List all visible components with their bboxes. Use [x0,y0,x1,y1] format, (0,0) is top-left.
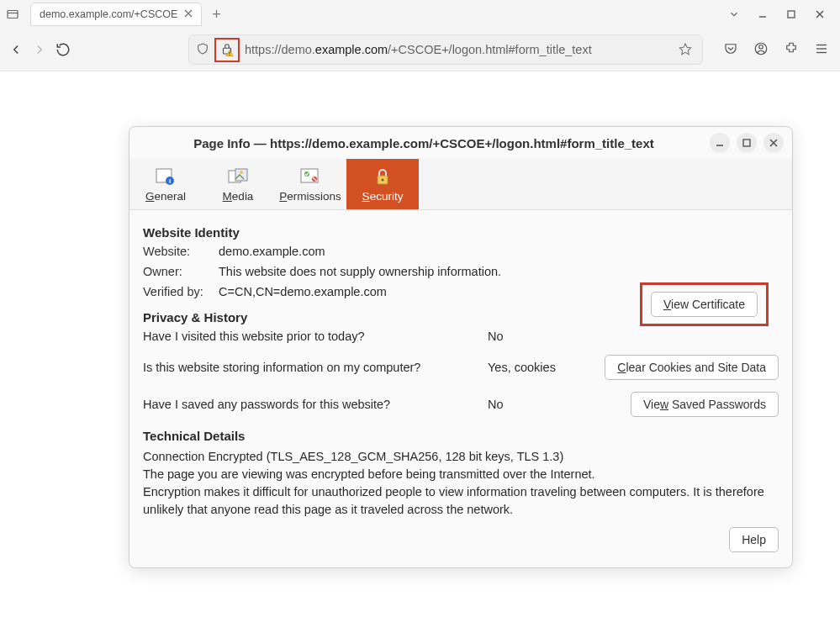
passwords-question: Have I saved any passwords for this webs… [143,398,488,411]
verified-value: C=CN,CN=demo.example.com [219,285,610,298]
dialog-tabs: i General Media Permissions Security [129,159,792,210]
verified-label: Verified by: [143,285,219,298]
website-value: demo.example.com [219,245,610,258]
svg-point-14 [759,45,763,49]
media-tab-icon [226,166,250,187]
dialog-title: Page Info — https://demo.example.com/+CS… [138,136,710,150]
back-button[interactable] [8,38,24,61]
svg-rect-5 [788,11,795,18]
tab-security[interactable]: Security [346,159,419,209]
browser-tab[interactable]: demo.example.com/+CSCOE [30,3,202,26]
dialog-maximize-icon[interactable] [737,133,757,153]
tab-title: demo.example.com/+CSCOE [40,8,177,20]
close-tab-icon[interactable] [184,8,193,20]
technical-line-3: Encryption makes it difficult for unauth… [143,483,779,519]
lock-warning-icon[interactable] [219,41,235,59]
storing-answer: Yes, cookies [488,361,589,374]
url-text[interactable]: https://demo.example.com/+CSCOE+/logon.h… [245,43,670,56]
forward-button[interactable] [32,38,47,61]
site-security-lock-highlight [214,38,240,62]
storing-question: Is this website storing information on m… [143,361,488,374]
tab-general[interactable]: i General [129,159,202,209]
website-identity-heading: Website Identity [143,225,779,240]
general-tab-icon: i [154,166,177,187]
dialog-close-icon[interactable] [763,133,784,153]
maximize-window-icon[interactable] [783,6,800,23]
reload-button[interactable] [55,38,71,61]
svg-point-27 [240,171,243,174]
tracking-shield-icon[interactable] [196,42,209,58]
tab-media[interactable]: Media [202,159,274,209]
visited-answer: No [488,330,589,343]
svg-marker-12 [679,44,690,55]
technical-line-1: Connection Encrypted (TLS_AES_128_GCM_SH… [143,448,779,466]
dialog-titlebar[interactable]: Page Info — https://demo.example.com/+CS… [129,127,792,159]
technical-line-2: The page you are viewing was encrypted b… [143,466,779,483]
navigation-bar: https://demo.example.com/+CSCOE+/logon.h… [0,29,840,71]
close-window-icon[interactable] [811,6,828,23]
tab-strip: demo.example.com/+CSCOE + [0,0,840,29]
bookmark-star-icon[interactable] [675,42,695,58]
url-bar[interactable]: https://demo.example.com/+CSCOE+/logon.h… [188,34,703,65]
view-certificate-highlight: View Certificate [640,282,769,326]
svg-rect-19 [743,140,750,146]
security-tab-icon [371,166,394,187]
toolbar-right [711,41,840,59]
website-label: Website: [143,245,219,258]
pocket-icon[interactable] [723,41,738,59]
svg-point-33 [382,178,384,181]
browser-chrome: demo.example.com/+CSCOE + [0,0,840,71]
new-tab-button[interactable]: + [207,7,226,22]
tabs-dropdown-icon[interactable] [726,6,742,23]
svg-text:i: i [169,177,171,185]
page-info-dialog: Page Info — https://demo.example.com/+CS… [129,126,793,568]
clear-cookies-button[interactable]: Clear Cookies and Site Data [605,355,779,380]
owner-value: This website does not supply ownership i… [219,265,610,278]
dialog-body: Website Identity Website: demo.example.c… [129,210,792,567]
view-saved-passwords-button[interactable]: View Saved Passwords [631,392,779,417]
help-button[interactable]: Help [729,527,779,552]
svg-rect-0 [8,11,18,18]
technical-heading: Technical Details [143,429,779,443]
owner-label: Owner: [143,265,219,278]
dialog-minimize-icon[interactable] [710,133,730,153]
permissions-tab-icon [298,166,322,187]
account-icon[interactable] [753,41,769,59]
extensions-icon[interactable] [784,41,799,59]
menu-icon[interactable] [814,41,829,59]
tab-permissions[interactable]: Permissions [274,159,346,209]
svg-point-11 [229,54,230,55]
passwords-answer: No [488,398,589,411]
app-icon [3,5,22,24]
visited-question: Have I visited this website prior to tod… [143,330,488,343]
minimize-window-icon[interactable] [754,6,771,23]
view-certificate-button[interactable]: View Certificate [651,292,758,317]
